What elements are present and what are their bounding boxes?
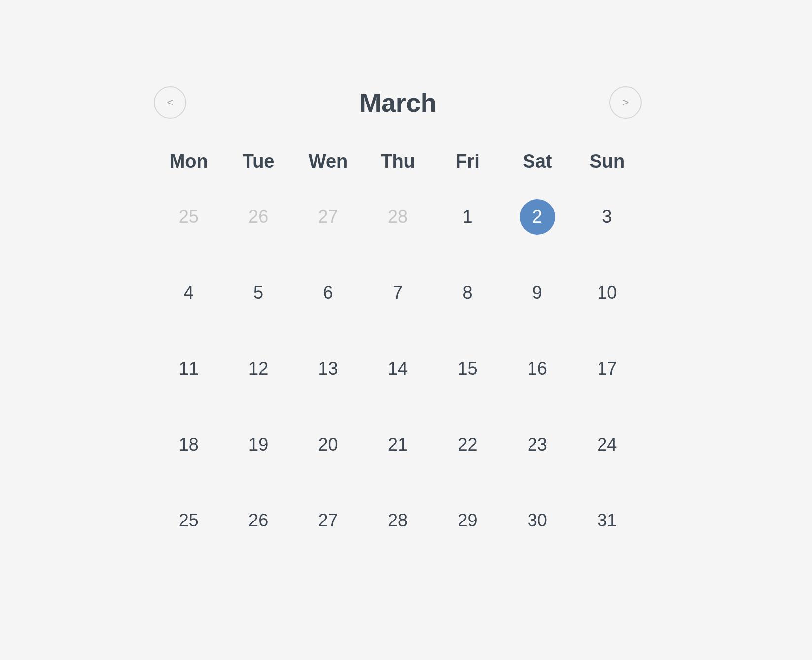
weekday-label: Mon [154,151,223,172]
day-number: 6 [323,282,333,303]
day-number: 12 [248,358,268,379]
day-cell[interactable]: 28 [363,199,432,235]
day-number: 22 [458,434,477,455]
day-cell[interactable]: 14 [363,351,432,386]
day-number: 27 [318,207,338,227]
day-number: 15 [458,358,477,379]
day-number: 9 [532,282,542,303]
day-cell[interactable]: 11 [154,351,223,386]
day-cell[interactable]: 28 [363,503,432,538]
day-cell[interactable]: 25 [154,199,223,235]
weekday-label: Wen [293,151,363,172]
day-number: 26 [248,510,268,531]
day-cell[interactable]: 4 [154,275,223,311]
day-number: 7 [393,282,403,303]
day-cell[interactable]: 19 [223,427,293,462]
day-number: 28 [388,207,408,227]
calendar: < March > Mon Tue Wen Thu Fri Sat Sun 25… [154,86,642,538]
month-title: March [186,87,609,118]
day-number: 25 [179,510,199,531]
day-number: 29 [458,510,477,531]
weekday-label: Thu [363,151,432,172]
day-number: 19 [248,434,268,455]
day-number: 18 [179,434,199,455]
day-cell[interactable]: 2 [502,199,572,235]
day-number: 23 [528,434,547,455]
day-number: 2 [532,207,542,227]
day-number: 24 [597,434,617,455]
day-number: 14 [388,358,408,379]
day-number: 5 [253,282,263,303]
prev-month-button[interactable]: < [154,86,186,119]
day-cell[interactable]: 1 [433,199,502,235]
day-number: 8 [462,282,472,303]
day-number: 1 [462,207,472,227]
day-cell[interactable]: 18 [154,427,223,462]
weekday-label: Fri [433,151,502,172]
day-number: 21 [388,434,408,455]
day-cell[interactable]: 26 [223,503,293,538]
day-cell[interactable]: 27 [293,503,363,538]
day-cell[interactable]: 30 [502,503,572,538]
day-cell[interactable]: 21 [363,427,432,462]
day-number: 31 [597,510,617,531]
day-cell[interactable]: 20 [293,427,363,462]
weekday-label: Sat [502,151,572,172]
day-number: 20 [318,434,338,455]
day-cell[interactable]: 22 [433,427,502,462]
day-cell[interactable]: 29 [433,503,502,538]
day-cell[interactable]: 26 [223,199,293,235]
day-number: 13 [318,358,338,379]
day-number: 3 [602,207,612,227]
day-number: 27 [318,510,338,531]
day-cell[interactable]: 16 [502,351,572,386]
chevron-right-icon: > [623,96,629,109]
day-cell[interactable]: 9 [502,275,572,311]
day-cell[interactable]: 17 [572,351,642,386]
day-cell[interactable]: 10 [572,275,642,311]
day-number: 16 [528,358,547,379]
day-number: 26 [248,207,268,227]
day-cell[interactable]: 5 [223,275,293,311]
day-cell[interactable]: 7 [363,275,432,311]
weekday-label: Tue [223,151,293,172]
day-cell[interactable]: 6 [293,275,363,311]
day-number: 11 [179,358,199,379]
day-cell[interactable]: 31 [572,503,642,538]
weekday-row: Mon Tue Wen Thu Fri Sat Sun [154,151,642,172]
day-cell[interactable]: 25 [154,503,223,538]
chevron-left-icon: < [167,96,174,109]
day-cell[interactable]: 24 [572,427,642,462]
day-number: 10 [597,282,617,303]
weekday-label: Sun [572,151,642,172]
day-cell[interactable]: 12 [223,351,293,386]
day-number: 4 [184,282,194,303]
day-number: 30 [528,510,547,531]
day-cell[interactable]: 8 [433,275,502,311]
calendar-header: < March > [154,86,642,119]
days-grid: 2526272812345678910111213141516171819202… [154,199,642,538]
day-cell[interactable]: 3 [572,199,642,235]
day-number: 25 [179,207,199,227]
day-cell[interactable]: 15 [433,351,502,386]
day-cell[interactable]: 23 [502,427,572,462]
day-cell[interactable]: 27 [293,199,363,235]
day-cell[interactable]: 13 [293,351,363,386]
next-month-button[interactable]: > [609,86,642,119]
day-number: 17 [597,358,617,379]
day-number: 28 [388,510,408,531]
